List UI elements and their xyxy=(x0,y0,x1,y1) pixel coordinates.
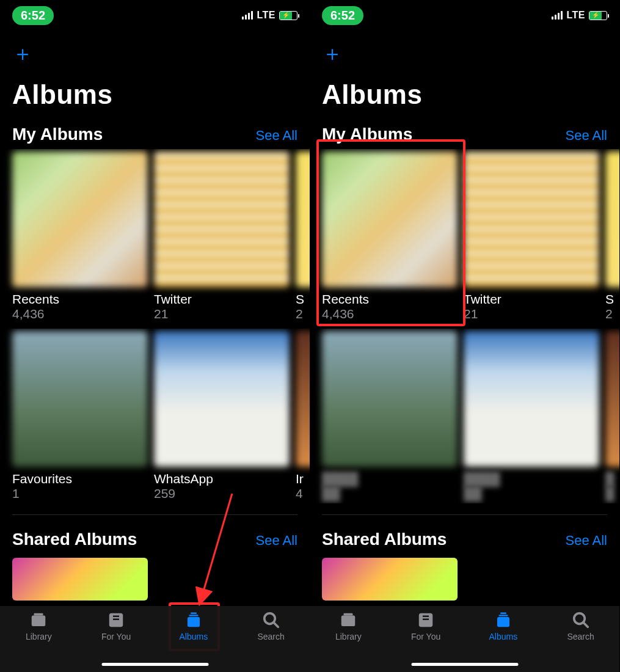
search-icon xyxy=(262,611,280,629)
status-bar: 6:52 LTE ⚡ xyxy=(0,0,310,31)
tab-bar: Library For You Albums Search xyxy=(0,606,310,672)
svg-line-16 xyxy=(583,623,588,627)
albums-row-2: Favourites 1 WhatsApp 259 Ir 4 xyxy=(0,329,310,503)
screenshot-left: 6:52 LTE ⚡ ＋ Albums My Albums See All Re… xyxy=(0,0,310,672)
section-title-shared: Shared Albums xyxy=(322,530,447,549)
tab-label: Search xyxy=(567,632,594,641)
album-thumb xyxy=(605,152,619,287)
svg-rect-10 xyxy=(344,613,353,616)
album-count-blurred: █ xyxy=(605,486,619,501)
tab-search[interactable]: Search xyxy=(232,611,310,672)
album-count: 1 xyxy=(12,486,148,501)
signal-icon xyxy=(552,11,563,20)
svg-rect-5 xyxy=(189,615,198,616)
album-recents[interactable]: Recents 4,436 xyxy=(322,152,458,321)
see-all-my-albums[interactable]: See All xyxy=(566,128,608,144)
home-indicator[interactable] xyxy=(411,663,518,666)
see-all-my-albums[interactable]: See All xyxy=(256,128,298,144)
album-thumb xyxy=(296,152,310,287)
album-thumb xyxy=(12,331,148,467)
svg-rect-2 xyxy=(34,613,43,616)
album-thumb xyxy=(154,331,290,467)
album-thumb xyxy=(464,152,599,287)
battery-icon: ⚡ xyxy=(279,11,297,20)
svg-rect-6 xyxy=(191,613,197,615)
album-name: Twitter xyxy=(464,292,599,307)
album-twitter[interactable]: Twitter 21 xyxy=(464,152,599,321)
tab-library[interactable]: Library xyxy=(310,611,387,672)
section-head-my-albums: My Albums See All xyxy=(310,110,619,149)
album-item[interactable]: █ █ xyxy=(605,331,619,501)
add-button[interactable]: ＋ xyxy=(322,43,343,64)
tab-label: Search xyxy=(257,632,284,641)
status-bar: 6:52 LTE ⚡ xyxy=(310,0,619,31)
albums-row-2: ████ ██ ████ ██ █ █ xyxy=(310,329,619,503)
for-you-icon xyxy=(107,611,125,629)
tab-label: Library xyxy=(335,632,362,641)
album-thumb xyxy=(12,152,148,287)
shared-album-thumb[interactable] xyxy=(322,558,458,601)
album-count: 259 xyxy=(154,486,290,501)
album-recents[interactable]: Recents 4,436 xyxy=(12,152,148,321)
album-count: 4,436 xyxy=(322,307,458,321)
see-all-shared[interactable]: See All xyxy=(256,533,298,549)
album-name: Recents xyxy=(322,292,458,307)
tab-library[interactable]: Library xyxy=(0,611,78,672)
album-name-blurred: ████ xyxy=(464,472,599,486)
album-name-blurred: ████ xyxy=(322,472,458,486)
for-you-icon xyxy=(417,611,435,629)
library-icon xyxy=(29,611,48,629)
svg-rect-1 xyxy=(32,616,46,627)
screenshot-right: 6:52 LTE ⚡ ＋ Albums My Albums See All Re… xyxy=(310,0,619,672)
tab-label: Albums xyxy=(489,632,518,641)
tab-label: For You xyxy=(101,632,131,641)
battery-icon: ⚡ xyxy=(589,11,607,20)
signal-icon xyxy=(242,11,253,20)
section-title-my-albums: My Albums xyxy=(322,125,412,144)
album-count: 21 xyxy=(154,307,290,321)
add-button[interactable]: ＋ xyxy=(12,43,33,64)
album-count: 4 xyxy=(296,486,310,501)
see-all-shared[interactable]: See All xyxy=(566,533,608,549)
shared-row xyxy=(310,554,619,601)
album-thumb xyxy=(322,331,458,467)
search-icon xyxy=(572,611,590,629)
shared-row xyxy=(0,554,310,601)
albums-icon xyxy=(184,611,203,629)
album-thumb xyxy=(154,152,290,287)
album-count: 2 xyxy=(605,307,619,321)
section-title-shared: Shared Albums xyxy=(12,530,137,549)
section-title-my-albums: My Albums xyxy=(12,125,103,144)
album-name: WhatsApp xyxy=(154,472,290,486)
svg-rect-4 xyxy=(188,617,200,627)
album-name: Ir xyxy=(296,472,310,486)
albums-icon xyxy=(494,611,512,629)
album-name: S xyxy=(605,292,619,307)
tab-label: For You xyxy=(411,632,440,641)
album-name: Favourites xyxy=(12,472,148,486)
clock-pill: 6:52 xyxy=(322,6,363,25)
tab-bar: Library For You Albums Search xyxy=(310,606,619,672)
album-whatsapp[interactable]: WhatsApp 259 xyxy=(154,331,290,501)
album-thumb xyxy=(296,331,310,467)
tab-label: Albums xyxy=(180,632,208,641)
album-thumb xyxy=(464,331,599,467)
album-partial[interactable]: S 2 xyxy=(296,152,310,321)
page-title: Albums xyxy=(322,79,607,110)
svg-rect-14 xyxy=(500,613,506,615)
album-partial-2[interactable]: Ir 4 xyxy=(296,331,310,501)
album-partial[interactable]: S 2 xyxy=(605,152,619,321)
album-item[interactable]: ████ ██ xyxy=(464,331,599,501)
album-name: S xyxy=(296,292,310,307)
album-count: 4,436 xyxy=(12,307,148,321)
album-item[interactable]: ████ ██ xyxy=(322,331,458,501)
album-count: 2 xyxy=(296,307,310,321)
section-head-my-albums: My Albums See All xyxy=(0,110,310,149)
albums-row-1: Recents 4,436 Twitter 21 S 2 xyxy=(310,149,619,324)
album-favourites[interactable]: Favourites 1 xyxy=(12,331,148,501)
shared-album-thumb[interactable] xyxy=(12,558,148,601)
svg-line-8 xyxy=(273,623,278,627)
home-indicator[interactable] xyxy=(101,663,208,666)
tab-search[interactable]: Search xyxy=(542,611,619,672)
album-twitter[interactable]: Twitter 21 xyxy=(154,152,290,321)
